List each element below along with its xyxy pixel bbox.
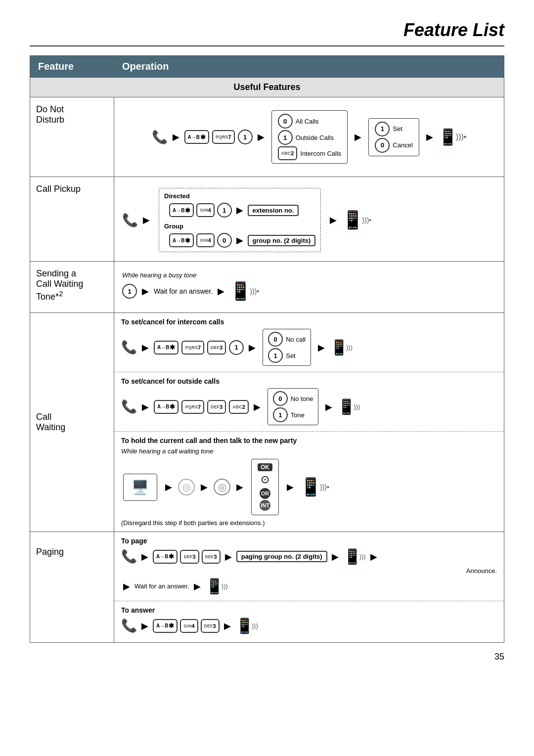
def3-key5: DEF3 [201, 619, 220, 633]
arrow: ▶ [254, 401, 261, 412]
arrow: ▶ [330, 215, 337, 225]
page-title: Feature List [30, 20, 504, 46]
no-call-label: No call [286, 336, 306, 343]
set-cancel-box: 1 Set 0 Cancel [368, 118, 419, 156]
feature-call-waiting: CallWaiting [30, 313, 114, 532]
phone-waves-icon9: 📱))) [235, 617, 258, 634]
disregard-note: (Disregard this step if both parties are… [121, 519, 497, 527]
section-useful-features: Useful Features [30, 78, 504, 97]
set-cancel-intercom-heading: To set/cancel for intercom calls [121, 318, 497, 326]
hold-sequence-box: 🖥️ [123, 474, 157, 501]
key-0-group: 0 [217, 233, 232, 248]
extension-no-btn: extension no. [248, 205, 299, 216]
ab-star-key3: A→B✱ [169, 233, 194, 247]
pqrs7-key2: PQRS7 [181, 341, 204, 355]
arrow-icon3: ▶ [355, 132, 361, 142]
to-page-heading: To page [121, 537, 497, 545]
ghi4-key3: GHI4 [180, 619, 198, 633]
handset-icon: 📞 [121, 340, 137, 355]
key-1-pickup: 1 [217, 203, 232, 218]
ab-star-key: A→B✱ [184, 130, 209, 144]
set-label: Set [393, 125, 402, 133]
table-header-row: Feature Operation [30, 56, 504, 78]
arrow: ▶ [318, 342, 325, 353]
arrow: ▶ [287, 482, 294, 492]
key-1-set: 1 [375, 122, 390, 136]
key-0-nocall: 0 [268, 332, 283, 347]
to-answer-heading: To answer [121, 606, 497, 614]
feature-header: Feature [30, 56, 114, 78]
nav-arrows-icon: ◎ [214, 479, 230, 495]
phone-waves-icon5: 📱))) [337, 398, 360, 415]
feature-paging: Paging [30, 532, 114, 643]
arrow: ▶ [194, 581, 201, 592]
intercom-calls-label: Intercom Calls [300, 150, 341, 157]
handset-icon: 📞 [152, 130, 168, 145]
wait-answer-label: Wait for an answer. [154, 287, 213, 295]
arrow: ▶ [225, 551, 232, 562]
operation-call-waiting-tone: While hearing a busy tone 1 ▶ Wait for a… [114, 262, 504, 313]
group-label: Group [164, 222, 191, 230]
table-row-call-waiting: CallWaiting To set/cancel for intercom c… [30, 313, 504, 532]
no-tone-label: No tone [291, 395, 313, 402]
abc2-key: ABC2 [229, 400, 249, 414]
table-row: Call Pickup 📞 ▶ Directed [30, 177, 504, 262]
while-busy-note: While hearing a busy tone [122, 271, 496, 279]
ghi4-key: GHI4 [196, 203, 214, 217]
arrow: ▶ [143, 215, 150, 225]
ab-star-key4: A→B✱ [154, 341, 178, 355]
wait-answer2-label: Wait for an answer. [134, 582, 189, 590]
handset-icon: 📞 [121, 618, 137, 633]
or-badge: OR [260, 488, 270, 499]
feature-table: Feature Operation Useful Features Do Not… [30, 55, 504, 643]
key-0-cancel: 0 [375, 138, 390, 153]
feature-call-waiting-tone: Sending aCall WaitingTone*2 [30, 262, 114, 313]
feature-do-not-disturb: Do NotDisturb [30, 97, 114, 177]
phone-waves-icon4: 📱))) [330, 339, 353, 356]
arrow: ▶ [236, 205, 243, 216]
key-1-outside: 1 [278, 130, 293, 145]
arrow: ▶ [249, 342, 256, 353]
arrow: ▶ [218, 286, 224, 297]
ab-star-key5: A→B✱ [154, 400, 178, 414]
page-number: 35 [30, 652, 504, 662]
cancel-label: Cancel [393, 141, 412, 149]
no-tone-box: 0 No tone 1 Tone [267, 388, 319, 425]
operation-do-not-disturb: 📞 ▶ A→B✱ PQRS7 1 ▶ 0 [114, 97, 504, 177]
arrow: ▶ [141, 621, 148, 631]
operation-paging: To page 📞 ▶ A→B✱ DEF3 DEF3 ▶ [114, 532, 504, 643]
directed-group-box: Directed A→B✱ GHI4 1 ▶ [159, 188, 321, 252]
phone-waves-icon8: 📱))) [205, 578, 228, 595]
ab-star-key2: A→B✱ [169, 203, 194, 217]
feature-call-pickup: Call Pickup [30, 177, 114, 262]
ok-or-int-box: OK ⊙ OR INT [251, 459, 279, 515]
arrow: ▶ [165, 482, 172, 492]
key-1-tone: 1 [273, 407, 288, 422]
directed-label: Directed [164, 192, 191, 200]
arrow: ▶ [236, 235, 243, 246]
hold-talk-heading: To hold the current call and then talk t… [121, 437, 497, 445]
key-abc2-intercom: ABC2 [278, 146, 298, 160]
key-1-set2: 1 [268, 348, 283, 363]
pqrs7-key3: PQRS7 [181, 400, 204, 414]
operation-header: Operation [114, 56, 504, 78]
operation-call-pickup: 📞 ▶ Directed A→B✱ [114, 177, 504, 262]
arrow: ▶ [142, 286, 149, 297]
key-1-wait: 1 [122, 284, 137, 299]
outside-calls-label: Outside Calls [296, 134, 334, 141]
arrow: ▶ [332, 551, 339, 562]
handset-icon: 📞 [121, 399, 137, 414]
pqrs7-key: PQRS7 [212, 130, 235, 144]
arrow-icon2: ▶ [258, 132, 265, 142]
handset-icon: 📞 [121, 549, 137, 564]
arrow: ▶ [236, 482, 243, 492]
ok-badge: OK [258, 463, 272, 471]
arrow: ▶ [201, 482, 208, 492]
def3-key2: DEF3 [207, 400, 226, 414]
handset-icon: 📞 [122, 213, 138, 228]
arrow: ▶ [123, 581, 130, 592]
arrow: ▶ [325, 401, 332, 412]
arrow: ▶ [142, 342, 149, 353]
choices-box: 0 All Calls 1 Outside Calls ABC2 [271, 110, 348, 164]
desk-phone-icon: 🖥️ [132, 479, 149, 495]
